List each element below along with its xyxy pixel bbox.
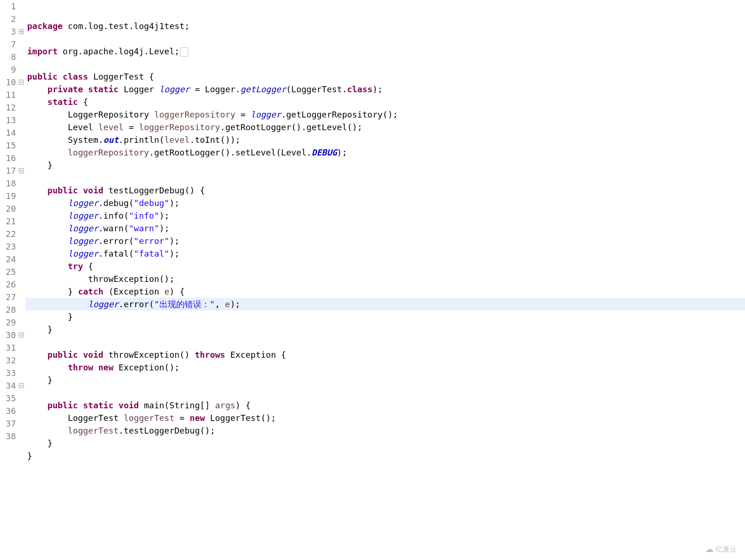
fold-expand-icon[interactable] <box>19 29 24 34</box>
code-token <box>27 261 68 271</box>
code-line[interactable]: public class LoggerTest { <box>25 70 745 83</box>
code-token: public void <box>47 350 108 360</box>
code-line[interactable]: package com.log.test.log4j1test; <box>25 20 745 32</box>
code-line[interactable]: public void throwException() throws Exce… <box>25 348 745 361</box>
code-token: class <box>347 84 372 94</box>
code-line[interactable] <box>25 336 745 348</box>
line-number: 2 <box>0 13 18 25</box>
code-line[interactable]: } catch (Exception e) { <box>25 285 745 298</box>
code-line[interactable] <box>25 58 745 70</box>
code-token: .fatal( <box>98 249 134 258</box>
code-line[interactable]: LoggerRepository loggerRepository = logg… <box>25 108 745 121</box>
watermark-icon: ☁ <box>705 544 714 554</box>
code-line[interactable]: logger.warn("warn"); <box>25 222 745 235</box>
collapsed-imports-box[interactable] <box>180 47 188 57</box>
code-token: loggerRepository <box>139 122 220 132</box>
code-line[interactable] <box>25 32 745 45</box>
code-token: logger <box>68 236 98 246</box>
code-token: ); <box>169 249 179 258</box>
code-token: } <box>27 438 52 448</box>
line-number: 9 <box>0 63 18 76</box>
code-line[interactable] <box>25 386 745 399</box>
code-line[interactable]: } <box>25 449 745 462</box>
code-token: "debug" <box>134 198 170 208</box>
code-token: e <box>225 299 230 309</box>
code-line[interactable]: loggerTest.testLoggerDebug(); <box>25 424 745 437</box>
fold-collapse-icon[interactable] <box>19 168 24 173</box>
code-token: .info( <box>98 211 129 221</box>
code-line[interactable]: } <box>25 159 745 171</box>
code-line[interactable]: import org.apache.log4j.Level; <box>25 45 745 58</box>
line-number: 17 <box>0 164 18 177</box>
code-token: } <box>27 451 32 461</box>
code-line[interactable]: } <box>25 374 745 386</box>
line-number: 21 <box>0 215 18 228</box>
code-token: loggerTest <box>124 413 174 423</box>
code-token <box>27 211 68 221</box>
code-token <box>27 185 47 195</box>
line-number: 8 <box>0 51 18 63</box>
line-number: 24 <box>0 253 18 265</box>
code-token: ) { <box>235 400 251 410</box>
code-token: (LoggerTest. <box>286 84 347 94</box>
line-number: 25 <box>0 265 18 278</box>
code-line[interactable]: static { <box>25 96 745 108</box>
code-line[interactable]: logger.fatal("fatal"); <box>25 247 745 260</box>
code-line[interactable]: logger.debug("debug"); <box>25 197 745 209</box>
watermark: ☁ 亿速云 <box>705 544 737 554</box>
fold-collapse-icon[interactable] <box>19 332 24 338</box>
line-number: 31 <box>0 341 18 354</box>
line-number: 14 <box>0 126 18 139</box>
line-number: 27 <box>0 291 18 303</box>
code-line[interactable]: LoggerTest loggerTest = new LoggerTest()… <box>25 412 745 424</box>
code-token: new <box>190 413 210 423</box>
code-token: level <box>98 122 124 132</box>
code-token <box>27 198 68 208</box>
code-line[interactable]: loggerRepository.getRootLogger().setLeve… <box>25 146 745 159</box>
code-line[interactable]: } <box>25 437 745 449</box>
code-token: .error( <box>119 299 154 309</box>
code-token: = Logger. <box>190 84 240 94</box>
code-line[interactable]: System.out.println(level.toInt()); <box>25 133 745 146</box>
code-line[interactable]: logger.error("error"); <box>25 235 745 247</box>
code-token: org.apache.log4j.Level; <box>63 46 179 56</box>
code-line[interactable]: } <box>25 310 745 323</box>
code-line[interactable]: public static void main(String[] args) { <box>25 399 745 412</box>
fold-collapse-icon[interactable] <box>19 80 24 85</box>
line-number: 19 <box>0 190 18 202</box>
line-number: 16 <box>0 152 18 164</box>
code-token: "error" <box>134 236 170 246</box>
code-token: } <box>27 160 52 170</box>
code-token: catch <box>78 287 108 296</box>
code-token: ); <box>169 198 179 208</box>
code-token: LoggerRepository <box>27 110 154 119</box>
line-number: 11 <box>0 88 18 101</box>
code-token <box>27 249 68 258</box>
line-number: 13 <box>0 114 18 126</box>
code-line[interactable]: throwException(); <box>25 273 745 285</box>
line-number: 20 <box>0 202 18 215</box>
code-token <box>27 362 68 372</box>
code-line[interactable]: public void testLoggerDebug() { <box>25 184 745 197</box>
code-line[interactable]: private static Logger logger = Logger.ge… <box>25 83 745 96</box>
code-line[interactable]: logger.error("出现的错误：", e); <box>25 298 745 310</box>
code-editor-area[interactable]: package com.log.test.log4j1test;import o… <box>25 0 745 560</box>
code-line[interactable] <box>25 171 745 184</box>
code-token: public void <box>47 185 108 195</box>
line-number: 1 <box>0 0 18 13</box>
line-number: 32 <box>0 354 18 367</box>
fold-collapse-icon[interactable] <box>19 383 24 388</box>
code-line[interactable]: logger.info("info"); <box>25 209 745 222</box>
code-line[interactable]: Level level = loggerRepository.getRootLo… <box>25 121 745 133</box>
code-line[interactable]: } <box>25 323 745 336</box>
code-token: LoggerTest <box>27 413 124 423</box>
code-token: loggerRepository <box>68 147 149 157</box>
code-token: .debug( <box>98 198 134 208</box>
code-token: throw new <box>68 362 119 372</box>
code-token: ); <box>159 223 170 233</box>
code-line[interactable]: throw new Exception(); <box>25 361 745 374</box>
code-token: .testLoggerDebug(); <box>119 426 215 435</box>
code-line[interactable]: try { <box>25 260 745 273</box>
code-token: package <box>27 21 68 31</box>
line-number: 28 <box>0 303 18 316</box>
